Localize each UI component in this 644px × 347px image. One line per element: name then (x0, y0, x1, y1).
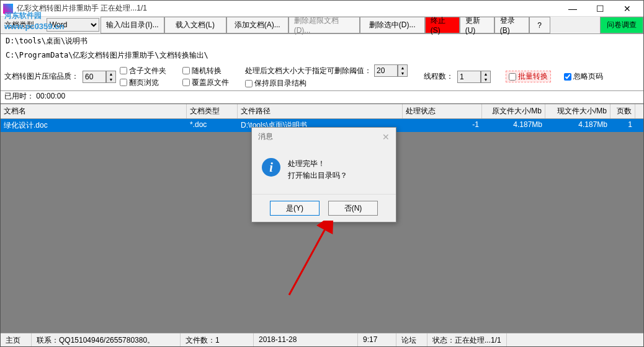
maximize-button[interactable]: ☐ (586, 1, 614, 17)
del-over-button[interactable]: 删除超限文档(D)... (288, 17, 360, 33)
load-doc-button[interactable]: 载入文档(L) (164, 17, 226, 33)
threads-label: 线程数： (424, 71, 454, 82)
dialog-no-button[interactable]: 否(N) (328, 201, 378, 216)
keep-dir-checkbox[interactable] (245, 80, 253, 87)
status-state: 状态：正在处理...1/1 (427, 333, 507, 346)
overwrite-checkbox[interactable] (182, 79, 190, 86)
help-button[interactable]: ? (529, 17, 550, 33)
batch-checkbox[interactable] (509, 73, 516, 81)
threshold-label: 处理后文档大小大于指定可删除阈值： (245, 66, 372, 76)
output-path: C:\ProgramData\亿彩文档转图片排重助手\文档转换输出\ (1, 48, 643, 63)
elapsed-label: 已用时： (4, 92, 34, 100)
input-path: D:\tools\桌面\说明书 (1, 34, 643, 48)
toolbar: 文档类型： Word 输入/出目录(I)... 载入文档(L) 添加文档(A).… (1, 17, 643, 34)
dialog-yes-button[interactable]: 是(Y) (270, 201, 320, 216)
survey-button[interactable]: 问卷调查 (600, 17, 643, 33)
dialog-close-icon[interactable]: ✕ (382, 132, 390, 142)
threshold-input[interactable] (374, 64, 398, 77)
app-icon (3, 4, 13, 14)
info-icon: i (262, 158, 280, 177)
titlebar: 亿彩文档转图片排重助手 正在处理...1/1 — ☐ ✕ (1, 1, 643, 17)
status-date: 2018-11-28 (254, 333, 358, 346)
quality-label: 文档转图片压缩品质： (4, 71, 79, 82)
dialog-title: 消息 (258, 131, 273, 142)
io-dir-button[interactable]: 输入/出目录(I)... (101, 17, 164, 33)
status-time: 9:17 (358, 333, 396, 346)
status-filecount: 文件数：1 (181, 333, 254, 346)
del-sel-button[interactable]: 删除选中(D)... (360, 17, 425, 33)
type-label: 文档类型： (1, 17, 45, 33)
quality-input[interactable] (83, 71, 106, 83)
options-row-1: 文档转图片压缩品质： ▲▼ 含子文件夹 翻页浏览 随机转换 覆盖原文件 处理后文… (1, 63, 643, 91)
spin-up-icon[interactable]: ▲ (107, 71, 115, 77)
message-dialog: 消息 ✕ i 处理完毕！ 打开输出目录吗？ 是(Y) 否(N) (251, 127, 396, 222)
spin-down-icon[interactable]: ▼ (107, 77, 115, 82)
window-title: 亿彩文档转图片排重助手 正在处理...1/1 (17, 3, 559, 14)
status-home[interactable]: 主页 (1, 333, 32, 346)
status-contact: 联系：QQ15104946/2655780380。 (32, 333, 181, 346)
dialog-message: 处理完毕！ 打开输出目录吗？ (288, 158, 347, 182)
update-button[interactable]: 更新(U) (460, 17, 494, 33)
add-doc-button[interactable]: 添加文档(A)... (226, 17, 288, 33)
minimize-button[interactable]: — (559, 1, 586, 17)
status-forum[interactable]: 论坛 (396, 333, 427, 346)
statusbar: 主页 联系：QQ15104946/2655780380。 文件数：1 2018-… (1, 333, 643, 346)
threads-input[interactable] (457, 71, 481, 83)
ignore-pages-checkbox[interactable] (564, 73, 571, 81)
table-header: 文档名 文档类型 文件路径 处理状态 原文件大小/Mb 现文件大小/Mb 页数 (1, 104, 643, 119)
flip-preview-checkbox[interactable] (120, 79, 127, 86)
login-button[interactable]: 登录(B) (494, 17, 529, 33)
stop-button[interactable]: 终止(S) (425, 17, 460, 33)
doc-type-select[interactable]: Word (47, 18, 99, 32)
close-button[interactable]: ✕ (614, 1, 641, 17)
random-convert-checkbox[interactable] (182, 67, 190, 74)
elapsed-value: 00:00:00 (36, 92, 65, 100)
include-sub-checkbox[interactable] (120, 67, 127, 74)
